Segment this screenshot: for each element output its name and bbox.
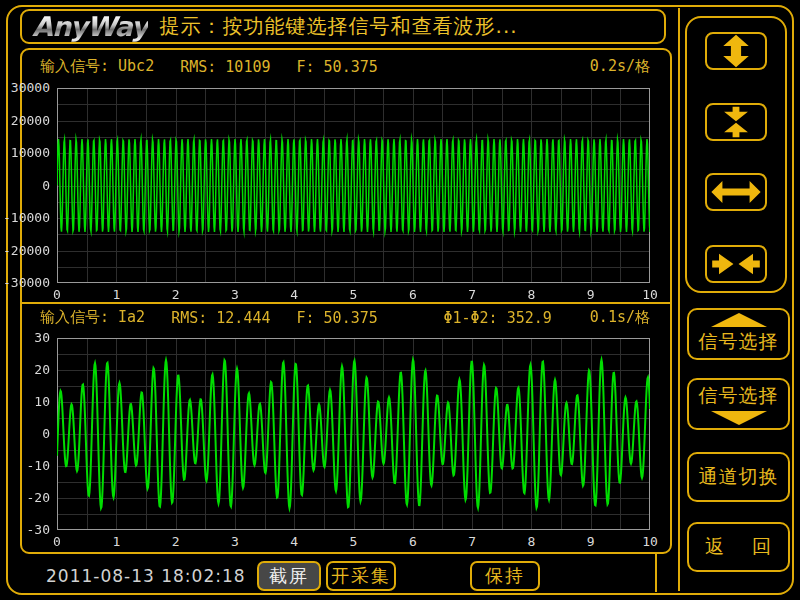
upper-freq-readout: F: 50.375 bbox=[297, 58, 378, 76]
expand-vertical-button[interactable] bbox=[705, 32, 767, 70]
triangle-down-icon bbox=[711, 411, 767, 425]
back-button[interactable]: 返 回 bbox=[687, 522, 790, 572]
analyzer-screen: AnyWay 提示：按功能键选择信号和查看波形... 输入信号: Ubc2 RM… bbox=[0, 0, 800, 600]
back-label-left: 返 bbox=[705, 534, 725, 560]
brand-logo: AnyWay bbox=[32, 11, 148, 42]
compress-horizontal-icon bbox=[710, 247, 762, 281]
lower-rms-readout: RMS: 12.444 bbox=[171, 309, 270, 327]
back-label-right: 回 bbox=[752, 534, 772, 560]
expand-vertical-icon bbox=[710, 34, 762, 68]
lower-freq-readout: F: 50.375 bbox=[297, 309, 378, 327]
signal-select-down-label: 信号选择 bbox=[699, 383, 779, 409]
upper-rms-readout: RMS: 10109 bbox=[180, 58, 270, 76]
expand-horizontal-icon bbox=[710, 175, 762, 209]
start-acquisition-button[interactable]: 开采集 bbox=[326, 561, 396, 591]
bottom-bar-separator bbox=[655, 554, 657, 592]
channel-switch-button[interactable]: 通道切换 bbox=[687, 452, 790, 502]
compress-vertical-button[interactable] bbox=[705, 103, 767, 141]
signal-select-up-button[interactable]: 信号选择 bbox=[687, 308, 790, 360]
lower-timebase-readout: 0.1s/格 bbox=[590, 308, 650, 327]
upper-panel-header: 输入信号: Ubc2 RMS: 10109 F: 50.375 0.2s/格 bbox=[40, 57, 650, 76]
lower-panel-header: 输入信号: Ia2 RMS: 12.444 F: 50.375 Φ1-Φ2: 3… bbox=[40, 308, 650, 327]
screenshot-button[interactable]: 截屏 bbox=[257, 561, 321, 591]
sidebar-separator bbox=[678, 8, 680, 591]
lower-waveform-canvas bbox=[57, 338, 650, 530]
signal-select-down-button[interactable]: 信号选择 bbox=[687, 378, 790, 430]
hint-text: 提示：按功能键选择信号和查看波形... bbox=[160, 13, 518, 40]
triangle-up-icon bbox=[711, 313, 767, 327]
compress-vertical-icon bbox=[710, 105, 762, 139]
panel-divider bbox=[22, 302, 670, 304]
upper-timebase-readout: 0.2s/格 bbox=[590, 57, 650, 76]
header-bar: AnyWay 提示：按功能键选择信号和查看波形... bbox=[20, 9, 666, 44]
expand-horizontal-button[interactable] bbox=[705, 173, 767, 211]
waveform-area: 输入信号: Ubc2 RMS: 10109 F: 50.375 0.2s/格 3… bbox=[20, 48, 672, 554]
lower-signal-readout: 输入信号: Ia2 bbox=[40, 308, 145, 327]
upper-waveform-canvas bbox=[57, 88, 650, 283]
upper-waveform-plot: 3000020000100000-10000-20000-30000 01234… bbox=[57, 88, 650, 283]
upper-signal-readout: 输入信号: Ubc2 bbox=[40, 57, 154, 76]
lower-phase-readout: Φ1-Φ2: 352.9 bbox=[443, 309, 551, 327]
hold-button[interactable]: 保持 bbox=[470, 561, 540, 591]
signal-select-up-label: 信号选择 bbox=[699, 329, 779, 355]
compress-horizontal-button[interactable] bbox=[705, 245, 767, 283]
timestamp: 2011-08-13 18:02:18 bbox=[46, 566, 246, 586]
lower-waveform-plot: 3020100-10-20-30 012345678910 bbox=[57, 338, 650, 530]
channel-switch-label: 通道切换 bbox=[699, 464, 779, 490]
